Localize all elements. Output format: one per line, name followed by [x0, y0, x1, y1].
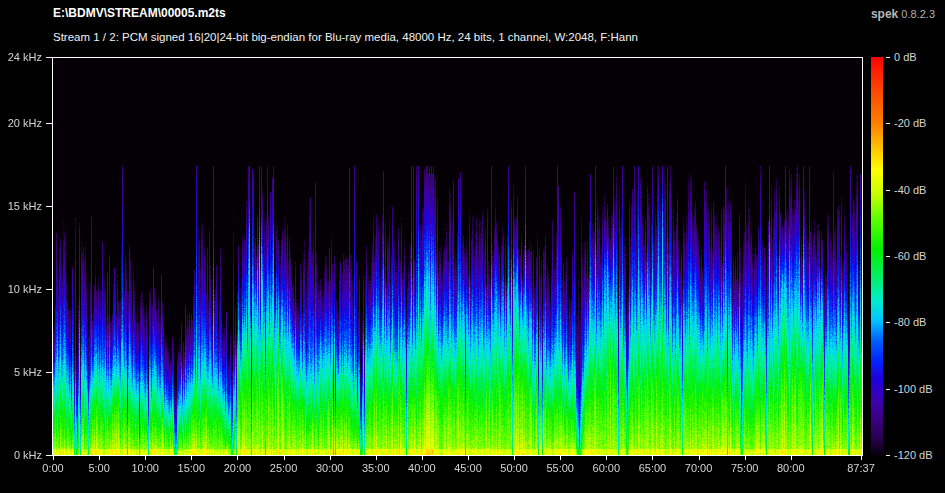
- spectrogram-plot: [52, 57, 863, 456]
- db-tick-label: -40 dB: [894, 184, 926, 196]
- time-tick: [330, 456, 331, 460]
- db-tick-label: -100 dB: [894, 383, 933, 395]
- time-tick: [745, 456, 746, 460]
- time-tick: [284, 456, 285, 460]
- time-tick-label: 35:00: [352, 462, 400, 474]
- time-tick: [514, 456, 515, 460]
- db-tick-label: 0 dB: [894, 51, 917, 63]
- time-tick: [376, 456, 377, 460]
- app-version-label: 0.8.2.3: [901, 8, 935, 20]
- time-tick-label: 15:00: [167, 462, 215, 474]
- app-version: spek 0.8.2.3: [871, 7, 935, 21]
- freq-tick: [46, 455, 52, 456]
- freq-tick-label: 24 kHz: [0, 51, 42, 63]
- db-tick: [886, 190, 890, 191]
- time-tick: [468, 456, 469, 460]
- time-tick-label: 10:00: [121, 462, 169, 474]
- time-tick: [861, 456, 862, 460]
- time-tick: [237, 456, 238, 460]
- db-tick: [886, 57, 890, 58]
- db-tick-label: -60 dB: [894, 250, 926, 262]
- freq-tick-label: 0 kHz: [0, 449, 42, 461]
- db-tick: [886, 455, 890, 456]
- time-tick-label: 60:00: [582, 462, 630, 474]
- time-tick: [791, 456, 792, 460]
- spek-app-window: { "window": { "title_path": "E:\\BDMV\\S…: [0, 0, 945, 493]
- freq-tick: [46, 206, 52, 207]
- time-tick-label: 70:00: [675, 462, 723, 474]
- time-tick-label: 0:00: [29, 462, 77, 474]
- time-tick: [560, 456, 561, 460]
- time-tick-label: 5:00: [75, 462, 123, 474]
- db-tick-label: -20 dB: [894, 117, 926, 129]
- time-tick: [53, 456, 54, 460]
- app-name-label: spek: [871, 7, 898, 21]
- time-tick-label: 40:00: [398, 462, 446, 474]
- time-tick: [606, 456, 607, 460]
- time-tick-label: 20:00: [213, 462, 261, 474]
- time-tick-label: 65:00: [628, 462, 676, 474]
- stream-info-line: Stream 1 / 2: PCM signed 16|20|24-bit bi…: [53, 31, 638, 43]
- time-tick-label: 45:00: [444, 462, 492, 474]
- time-tick: [99, 456, 100, 460]
- freq-tick-label: 10 kHz: [0, 283, 42, 295]
- db-tick-label: -80 dB: [894, 316, 926, 328]
- time-tick-label: 75:00: [721, 462, 769, 474]
- time-tick-label: 25:00: [260, 462, 308, 474]
- file-path-title: E:\BDMV\STREAM\00005.m2ts: [53, 6, 226, 20]
- time-tick-label: 55:00: [536, 462, 584, 474]
- freq-tick-label: 15 kHz: [0, 200, 42, 212]
- time-tick-label: 50:00: [490, 462, 538, 474]
- freq-tick-label: 5 kHz: [0, 366, 42, 378]
- time-tick: [699, 456, 700, 460]
- freq-tick: [46, 289, 52, 290]
- time-tick-label: 80:00: [767, 462, 815, 474]
- db-tick: [886, 322, 890, 323]
- time-tick: [422, 456, 423, 460]
- freq-tick-label: 20 kHz: [0, 117, 42, 129]
- db-tick-label: -120 dB: [894, 449, 933, 461]
- db-tick: [886, 256, 890, 257]
- freq-tick: [46, 123, 52, 124]
- freq-tick: [46, 57, 52, 58]
- time-tick-label: 30:00: [306, 462, 354, 474]
- time-tick-label: 87:37: [837, 462, 885, 474]
- freq-tick: [46, 372, 52, 373]
- db-color-scale: [871, 57, 883, 456]
- db-tick: [886, 123, 890, 124]
- time-tick: [145, 456, 146, 460]
- time-tick: [191, 456, 192, 460]
- time-tick: [652, 456, 653, 460]
- spectrogram-canvas: [53, 58, 862, 455]
- db-tick: [886, 389, 890, 390]
